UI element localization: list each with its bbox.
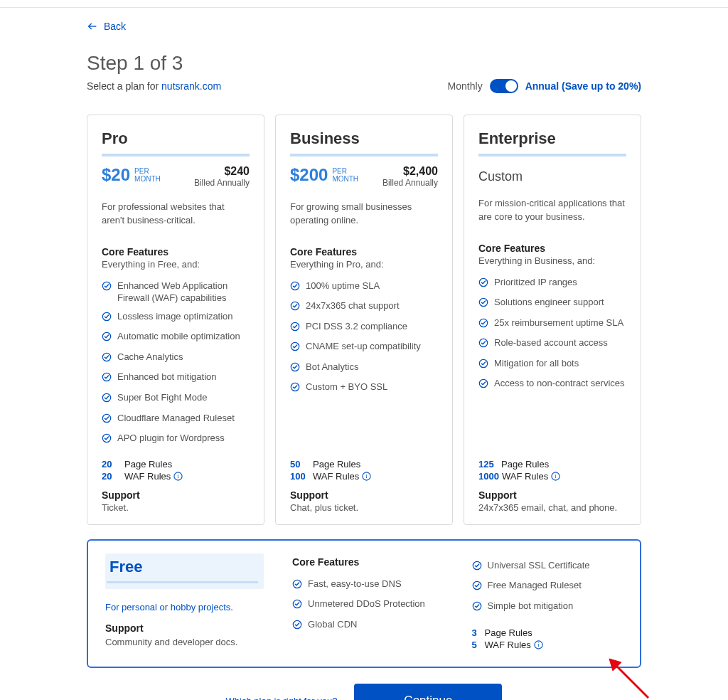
check-circle-icon	[102, 332, 112, 345]
svg-text:i: i	[555, 473, 557, 479]
feature-item: Cache Analytics	[102, 348, 250, 368]
feature-item: Bot Analytics	[290, 358, 438, 378]
feature-item: Role-based account access	[478, 334, 626, 354]
feature-item: 25x reimbursement uptime SLA	[478, 314, 626, 334]
feature-item: 24x7x365 chat support	[290, 297, 438, 317]
page-title: Step 1 of 3	[87, 52, 641, 75]
billing-monthly-label[interactable]: Monthly	[448, 80, 483, 92]
check-circle-icon	[102, 413, 112, 427]
feature-item: Custom + BYO SSL	[290, 378, 438, 398]
billing-toggle: Monthly Annual (Save up to 20%)	[448, 79, 641, 93]
info-icon[interactable]: i	[551, 472, 560, 481]
feature-item: 100% uptime SLA	[290, 277, 438, 297]
check-circle-icon	[478, 338, 488, 351]
plan-business[interactable]: Business $200 PERMONTH $2,400 Billed Ann…	[275, 115, 453, 525]
check-circle-icon	[472, 561, 482, 574]
check-circle-icon	[478, 359, 488, 372]
check-circle-icon	[290, 322, 300, 335]
feature-item: Cloudflare Managed Ruleset	[102, 409, 250, 430]
plan-name: Business	[290, 129, 438, 148]
feature-item: Automatic mobile optimization	[102, 327, 250, 348]
svg-text:i: i	[366, 473, 368, 479]
plan-free-selected[interactable]: Free For personal or hobby projects. Sup…	[87, 539, 641, 669]
check-circle-icon	[290, 301, 300, 314]
plan-name: Free	[107, 558, 258, 576]
check-circle-icon	[290, 382, 300, 396]
check-circle-icon	[292, 599, 302, 612]
feature-item: Simple bot mitigation	[472, 597, 623, 617]
feature-item: APO plugin for Wordpress	[102, 429, 250, 450]
feature-item: Global CDN	[292, 615, 443, 636]
svg-text:i: i	[537, 642, 540, 649]
continue-button[interactable]: Continue	[354, 684, 502, 700]
check-circle-icon	[102, 312, 112, 325]
check-circle-icon	[102, 393, 112, 406]
feature-item: PCI DSS 3.2 compliance	[290, 317, 438, 338]
feature-item: Lossless image optimization	[102, 307, 250, 328]
plan-price: $20	[102, 165, 130, 185]
feature-item: Free Managed Ruleset	[472, 576, 623, 597]
feature-item: Universal SSL Certificate	[472, 556, 623, 577]
check-circle-icon	[478, 318, 488, 332]
plan-price-custom: Custom	[478, 169, 626, 184]
plan-total: $240	[194, 165, 250, 178]
check-circle-icon	[472, 580, 482, 594]
plan-pro[interactable]: Pro $20 PERMONTH $240 Billed Annually Fo…	[87, 115, 264, 525]
check-circle-icon	[478, 277, 488, 291]
feature-item: Access to non-contract services	[478, 374, 626, 395]
info-icon[interactable]: i	[362, 472, 371, 481]
plan-features: Enhanced Web Application Firewall (WAF) …	[102, 277, 250, 450]
which-plan-link[interactable]: Which plan is right for you?	[226, 696, 338, 700]
subtitle: Select a plan for nutsrank.com	[87, 80, 221, 92]
check-circle-icon	[290, 341, 300, 355]
feature-item: Unmetered DDoS Protection	[292, 595, 443, 615]
billing-annual-label[interactable]: Annual (Save up to 20%)	[525, 80, 641, 92]
billing-toggle-switch[interactable]	[490, 79, 518, 93]
svg-text:i: i	[178, 473, 180, 479]
check-circle-icon	[472, 601, 482, 615]
feature-item: Super Bot Fight Mode	[102, 388, 250, 409]
feature-item: Prioritized IP ranges	[478, 273, 626, 294]
domain-link[interactable]: nutsrank.com	[161, 80, 221, 92]
check-circle-icon	[292, 579, 302, 593]
plan-desc: For professional websites that aren't bu…	[102, 201, 250, 228]
plan-billed: Billed Annually	[194, 178, 250, 188]
check-circle-icon	[102, 433, 112, 447]
plan-name: Enterprise	[478, 129, 626, 148]
arrow-left-icon	[87, 21, 98, 32]
check-circle-icon	[290, 281, 300, 295]
check-circle-icon	[290, 362, 300, 376]
check-circle-icon	[102, 352, 112, 366]
feature-item: Mitigation for all bots	[478, 354, 626, 375]
feature-item: Enhanced bot mitigation	[102, 368, 250, 388]
feature-item: Fast, easy-to-use DNS	[292, 575, 443, 595]
plan-name: Pro	[102, 129, 250, 148]
info-icon[interactable]: i	[173, 472, 183, 481]
back-link[interactable]: Back	[87, 21, 126, 32]
check-circle-icon	[292, 620, 302, 633]
check-circle-icon	[478, 297, 488, 311]
feature-item: Solutions engineer support	[478, 293, 626, 314]
check-circle-icon	[102, 372, 112, 386]
back-label: Back	[104, 21, 126, 32]
check-circle-icon	[102, 281, 112, 295]
feature-item: Enhanced Web Application Firewall (WAF) …	[102, 277, 250, 307]
svg-line-35	[614, 664, 648, 698]
info-icon[interactable]: i	[534, 640, 543, 649]
feature-item: CNAME set-up compatibility	[290, 337, 438, 358]
check-circle-icon	[478, 378, 488, 392]
plan-enterprise[interactable]: Enterprise Custom For mission-critical a…	[464, 115, 641, 525]
